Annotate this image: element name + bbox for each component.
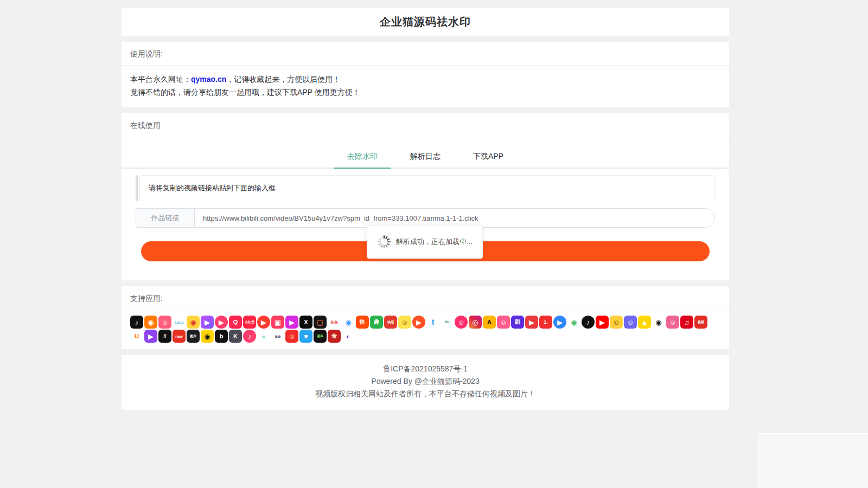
app-icon-weishi: ▣ bbox=[271, 316, 284, 329]
tab-content: 请将复制的视频链接粘贴到下面的输入框 作品链接 bbox=[122, 169, 729, 280]
tab-remove-watermark[interactable]: 去除水印 bbox=[334, 150, 391, 168]
app-icon-youtube: ▶ bbox=[596, 316, 609, 329]
app-icon-douyin: ♪ bbox=[130, 316, 143, 329]
tab-parse-log-label: 解析日志 bbox=[410, 152, 441, 160]
loading-toast: 解析成功，正在加载中... bbox=[367, 225, 483, 259]
app-icon-pipixia: ☺ bbox=[158, 316, 171, 329]
app-icon-moo: ☺ bbox=[624, 316, 637, 329]
app-icon-zuiyou: ⊙⊙ bbox=[271, 330, 284, 343]
app-icon-weiai-heart: ♥ bbox=[299, 330, 312, 343]
app-icon-blue-play: ▶ bbox=[553, 316, 566, 329]
app-icon-miaopai: ▶ bbox=[285, 316, 298, 329]
app-icon-laugh-face: ☺ bbox=[666, 316, 679, 329]
app-icon-xiangha: 食 bbox=[328, 330, 341, 343]
footer-panel: 鲁ICP备2021025587号-1 Powered By @企业猫源码-202… bbox=[122, 355, 729, 410]
app-icon-quanmin-video: Q bbox=[229, 316, 242, 329]
notice-left-bar bbox=[136, 175, 138, 201]
app-icon-uc: U bbox=[130, 330, 143, 343]
app-icon-black-b: b bbox=[215, 330, 228, 343]
app-icon-twitter: t bbox=[426, 316, 439, 329]
tab-bar: 去除水印 解析日志 下载APP bbox=[122, 137, 729, 169]
main-container: 企业猫源码祛水印 使用说明: 本平台永久网址：qymao.cn，记得收藏起来，方… bbox=[122, 8, 729, 410]
supported-apps-grid: ♪◉☺LaLa◉▶▶Q小红书▶▣▶X▢头条◉快趣快报☺▶tılıı☺◎A☺刷▶1… bbox=[122, 310, 723, 349]
app-icon-qingyan: ● bbox=[257, 330, 270, 343]
usage-line-1: 本平台永久网址：qymao.cn，记得收藏起来，方便以后使用！ bbox=[130, 73, 720, 86]
footer-powered-line: Powered By @企业猫源码-2023 bbox=[122, 375, 729, 388]
tab-download-app[interactable]: 下载APP bbox=[460, 150, 516, 168]
app-icon-kuaikan: K bbox=[229, 330, 242, 343]
video-placeholder bbox=[758, 433, 868, 488]
footer-copyright-line: 视频版权归相关网站及作者所有，本平台不存储任何视频及图片！ bbox=[122, 388, 729, 400]
app-icon-shipin: 视频 bbox=[694, 316, 707, 329]
app-icon-shuabao: 刷 bbox=[511, 316, 524, 329]
app-icon-qq-browser: ◉ bbox=[342, 316, 355, 329]
app-icon-weibo: ◉ bbox=[187, 316, 200, 329]
notice-wrap: 请将复制的视频链接粘贴到下面的输入框 bbox=[136, 175, 715, 201]
tab-download-app-label: 下载APP bbox=[473, 152, 503, 160]
app-icon-qutoutiao: 趣 bbox=[370, 316, 383, 329]
app-icon-maobing: ☺ bbox=[455, 316, 468, 329]
app-icon-xiaohuangya: ☺ bbox=[398, 316, 411, 329]
app-icon-kuaibao: 快报 bbox=[384, 316, 397, 329]
apps-heading: 支持应用: bbox=[122, 286, 729, 310]
usage-line-1-prefix: 本平台永久网址： bbox=[130, 75, 191, 84]
app-icon-xiaohongshu: 小红书 bbox=[243, 316, 256, 329]
loading-spinner-icon bbox=[377, 235, 391, 249]
usage-heading: 使用说明: bbox=[122, 42, 729, 66]
tab-parse-log[interactable]: 解析日志 bbox=[397, 150, 454, 168]
app-icon-music-note: ♪ bbox=[582, 316, 595, 329]
app-icon-lala: LaLa bbox=[173, 316, 186, 329]
app-icon-new-app: new bbox=[173, 330, 186, 343]
app-icon-huoshan: ▶ bbox=[257, 316, 270, 329]
app-icon-quanmin-kge: ♪ bbox=[243, 330, 256, 343]
toast-message: 解析成功，正在加载中... bbox=[396, 237, 473, 247]
app-icon-lishipin: ▲ bbox=[638, 316, 651, 329]
header-panel: 企业猫源码祛水印 bbox=[122, 8, 729, 36]
usage-body: 本平台永久网址：qymao.cn，记得收藏起来，方便以后使用！ 觉得不错的话，请… bbox=[122, 66, 729, 107]
app-icon-wangyiyun: ♫ bbox=[680, 316, 693, 329]
tab-remove-watermark-label: 去除水印 bbox=[347, 152, 378, 160]
paste-link-notice: 请将复制的视频链接粘贴到下面的输入框 bbox=[139, 175, 715, 201]
app-icon-pipi-monkey: ☺ bbox=[285, 330, 298, 343]
usage-panel: 使用说明: 本平台永久网址：qymao.cn，记得收藏起来，方便以后使用！ 觉得… bbox=[122, 42, 729, 107]
app-icon-vue: // bbox=[158, 330, 171, 343]
apps-panel: 支持应用: ♪◉☺LaLa◉▶▶Q小红书▶▣▶X▢头条◉快趣快报☺▶tılıı☺… bbox=[122, 286, 729, 349]
app-icon-tuku: 图库 bbox=[187, 330, 200, 343]
app-icon-kaipai: ◉ bbox=[201, 330, 214, 343]
footer-icp-line: 鲁ICP备2021025587号-1 bbox=[122, 363, 729, 375]
link-input-label: 作品链接 bbox=[136, 208, 194, 228]
app-icon-bifengtang: 避风 bbox=[314, 330, 327, 343]
app-icon-purple-play: ▶ bbox=[144, 330, 157, 343]
app-icon-pink-face: ☺ bbox=[497, 316, 510, 329]
app-icon-heika: ▢ bbox=[314, 316, 327, 329]
app-icon-kaiyan: ◉ bbox=[567, 316, 580, 329]
app-icon-suike: ▶ bbox=[201, 316, 214, 329]
usage-line-2: 觉得不错的话，请分享给朋友一起用哦，建议下载APP 使用更方便！ bbox=[130, 86, 720, 99]
app-icon-quduopai: ◉ bbox=[144, 316, 157, 329]
app-icon-red-play: ▶ bbox=[525, 316, 538, 329]
site-link[interactable]: qymao.cn bbox=[191, 75, 226, 84]
app-icon-jianying: X bbox=[299, 316, 312, 329]
app-icon-kuaishou: 快 bbox=[356, 316, 369, 329]
app-icon-soul: ◐ bbox=[342, 330, 355, 343]
app-icon-diyidan: 1. bbox=[539, 316, 552, 329]
online-heading: 在线使用 bbox=[122, 113, 729, 137]
app-icon-audio-bars: ılıı bbox=[441, 316, 454, 329]
app-icon-cow-face: ☺ bbox=[610, 316, 623, 329]
app-icon-instagram: ◎ bbox=[469, 316, 482, 329]
app-icon-toutiao: 头条 bbox=[328, 316, 341, 329]
app-icon-kuaiying: ◉ bbox=[652, 316, 665, 329]
page-title: 企业猫源码祛水印 bbox=[380, 15, 471, 29]
usage-line-1-suffix: ，记得收藏起来，方便以后使用！ bbox=[226, 75, 340, 84]
app-icon-qichezhijia: A bbox=[483, 316, 496, 329]
app-icon-haokan: ▶ bbox=[215, 316, 228, 329]
app-icon-hongguo: ▶ bbox=[412, 316, 425, 329]
